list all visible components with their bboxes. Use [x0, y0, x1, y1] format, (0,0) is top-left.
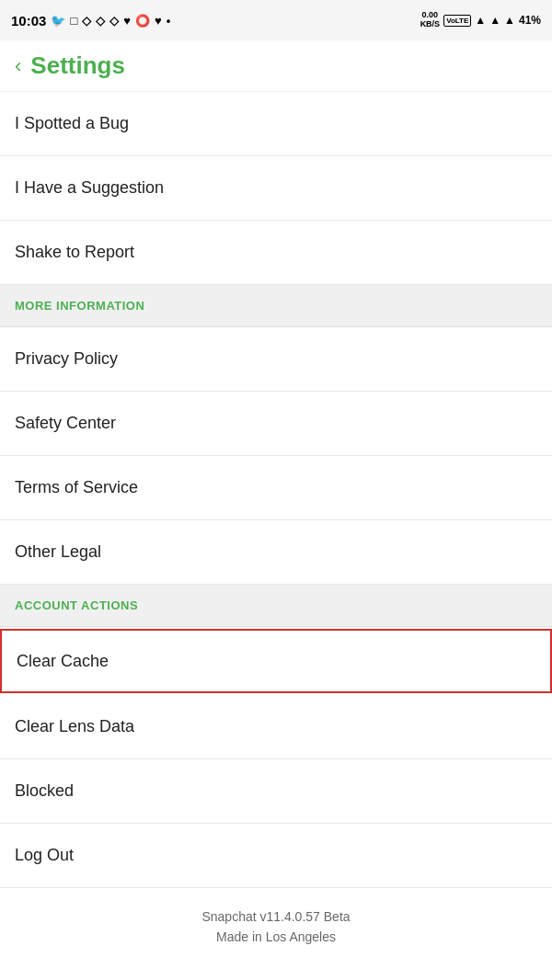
more-information-section: MORE INFORMATION Privacy Policy Safety C… — [0, 285, 552, 585]
more-information-header: MORE INFORMATION — [0, 285, 552, 327]
dot-icon: • — [167, 14, 171, 28]
status-left: 10:03 🐦 □ ◇ ◇ ◇ ♥ ⭕ ♥ • — [11, 13, 170, 28]
menu-item-suggestion[interactable]: I Have a Suggestion — [0, 156, 552, 221]
twitter-icon: ♥ — [123, 14, 131, 28]
signal-icon: ▲ — [489, 14, 500, 27]
menu-item-clear-lens-data[interactable]: Clear Lens Data — [0, 695, 552, 759]
menu-item-log-out[interactable]: Log Out — [0, 824, 552, 888]
status-right: 0.00KB/S VoLTE ▲ ▲ ▲ 41% — [420, 11, 541, 29]
menu-item-spotted-bug[interactable]: I Spotted a Bug — [0, 92, 552, 156]
footer-line2: Made in Los Angeles — [15, 927, 537, 947]
twitter2-icon: ♥ — [155, 14, 162, 28]
footer-line1: Snapchat v11.4.0.57 Beta — [15, 906, 537, 927]
menu-item-privacy-policy[interactable]: Privacy Policy — [0, 327, 552, 392]
volte-badge: VoLTE — [443, 15, 471, 27]
menu-item-blocked[interactable]: Blocked — [0, 759, 552, 824]
instagram-icon: □ — [70, 14, 77, 28]
page-title: Settings — [30, 51, 125, 80]
snapchat-icon: ◇ — [82, 14, 91, 28]
snapchat3-icon: ◇ — [109, 14, 119, 28]
status-time: 10:03 — [11, 13, 46, 28]
signal2-icon: ▲ — [504, 14, 515, 27]
menu-item-clear-cache[interactable]: Clear Cache — [0, 629, 552, 693]
pinterest-icon: ⭕ — [135, 14, 150, 28]
status-bar: 10:03 🐦 □ ◇ ◇ ◇ ♥ ⭕ ♥ • 0.00KB/S VoLTE ▲… — [0, 0, 552, 40]
back-button[interactable]: ‹ — [15, 54, 21, 78]
wifi-icon: ▲ — [475, 14, 486, 27]
facebook-icon: 🐦 — [51, 14, 65, 28]
feedback-section: I Spotted a Bug I Have a Suggestion Shak… — [0, 92, 552, 285]
account-actions-section: ACCOUNT ACTIONS Clear Cache Clear Lens D… — [0, 585, 552, 888]
menu-item-safety-center[interactable]: Safety Center — [0, 392, 552, 456]
data-speed: 0.00KB/S — [420, 11, 441, 29]
snapchat2-icon: ◇ — [96, 14, 105, 28]
account-actions-header: ACCOUNT ACTIONS — [0, 585, 552, 627]
menu-item-shake-report[interactable]: Shake to Report — [0, 221, 552, 285]
menu-item-other-legal[interactable]: Other Legal — [0, 520, 552, 585]
menu-item-terms-of-service[interactable]: Terms of Service — [0, 456, 552, 520]
settings-header: ‹ Settings — [0, 40, 552, 92]
battery-text: 41% — [519, 14, 541, 27]
footer: Snapchat v11.4.0.57 Beta Made in Los Ang… — [0, 888, 552, 966]
